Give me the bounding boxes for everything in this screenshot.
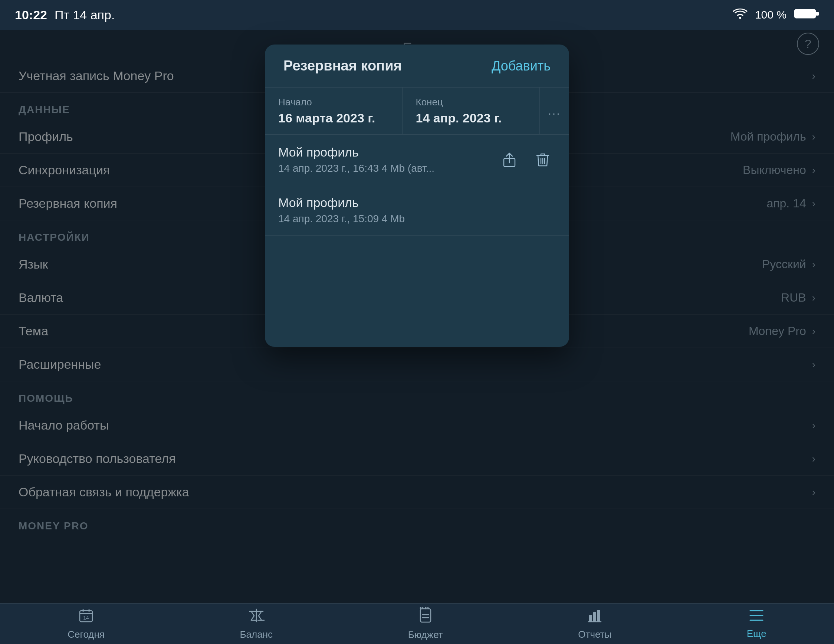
tab-budget-label: Бюджет [408,629,443,641]
trash-icon [536,152,550,168]
modal-overlay[interactable]: Резервная копия Добавить Начало 16 марта… [0,30,834,603]
today-icon: 14 [78,608,94,626]
balance-icon [248,608,265,626]
date-end-value: 14 апр. 2023 г. [416,111,527,125]
wifi-icon [733,8,748,22]
backup-modal: Резервная копия Добавить Начало 16 марта… [265,45,569,347]
tab-today-label: Сегодня [68,629,105,640]
tab-reports-label: Отчеты [578,629,611,640]
battery-icon [794,8,819,22]
tab-reports[interactable]: Отчеты [578,608,611,640]
modal-empty-space [265,236,569,347]
tab-budget[interactable]: Бюджет [408,607,443,641]
more-icon [749,608,764,626]
share-button[interactable] [496,147,522,173]
backup-item-date: 14 апр. 2023 г., 15:09 4 Mb [278,213,556,225]
reports-icon [587,608,603,626]
date-start-col[interactable]: Начало 16 марта 2023 г. [265,87,402,134]
tab-more[interactable]: Еще [747,608,766,639]
svg-rect-0 [794,9,816,18]
svg-text:14: 14 [83,615,89,621]
backup-actions-group [496,147,556,173]
date-range-selector: Начало 16 марта 2023 г. Конец 14 апр. 20… [265,87,569,135]
svg-line-17 [259,616,262,620]
status-bar: 10:22 Пт 14 апр. 100 % [0,0,834,30]
modal-header: Резервная копия Добавить [265,45,569,87]
backup-list-item: Мой профиль 14 апр. 2023 г., 15:09 4 Mb [265,185,569,236]
budget-icon [419,607,432,627]
svg-rect-23 [593,612,596,622]
delete-button[interactable] [530,147,556,173]
date-more-button[interactable]: ... [540,87,569,134]
backup-list-item: Мой профиль 14 апр. 2023 г., 16:43 4 Mb … [265,135,569,185]
svg-line-15 [251,616,254,620]
modal-title: Резервная копия [283,58,402,74]
backup-item-date: 14 апр. 2023 г., 16:43 4 Mb (авт... [278,163,496,174]
tab-today[interactable]: 14 Сегодня [68,608,105,640]
date-start-value: 16 марта 2023 г. [278,111,389,125]
status-time: 10:22 [15,8,47,22]
date-start-label: Начало [278,97,389,108]
backup-item-name: Мой профиль [278,195,556,210]
tab-bar: 14 Сегодня Баланс [0,603,834,644]
tab-balance-label: Баланс [240,629,273,640]
tab-balance[interactable]: Баланс [240,608,273,640]
status-right-group: 100 % [733,8,819,22]
tab-more-label: Еще [747,628,766,639]
modal-add-button[interactable]: Добавить [491,58,551,74]
svg-rect-18 [420,609,431,622]
battery-text: 100 % [755,8,787,21]
svg-rect-24 [597,610,600,622]
share-icon [502,152,516,168]
backup-item-name: Мой профиль [278,145,496,160]
status-date: Пт 14 апр. [55,8,115,22]
date-end-label: Конец [416,97,527,108]
svg-rect-1 [816,12,819,16]
date-end-col[interactable]: Конец 14 апр. 2023 г. [402,87,540,134]
svg-rect-22 [589,615,592,622]
svg-line-16 [259,611,262,616]
svg-line-14 [251,611,254,616]
